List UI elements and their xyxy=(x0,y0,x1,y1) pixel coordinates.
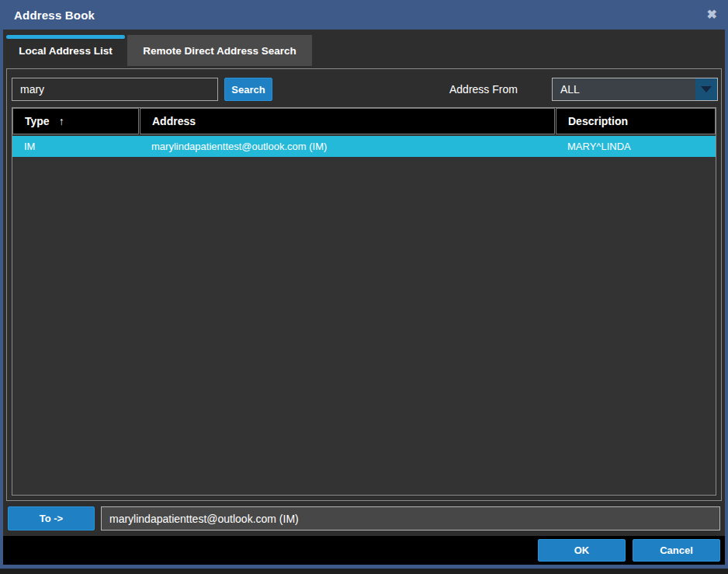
column-header-address[interactable]: Address xyxy=(140,108,555,134)
column-header-type[interactable]: Type ↑ xyxy=(12,108,139,134)
column-header-label: Description xyxy=(568,115,628,127)
table-header-row: Type ↑ Address Description xyxy=(12,108,716,134)
column-header-label: Type xyxy=(25,115,50,127)
dropdown-arrow-button[interactable] xyxy=(695,78,717,100)
address-from-dropdown[interactable]: ALL xyxy=(552,78,718,101)
address-book-dialog: Address Book ✖ Local Address List Remote… xyxy=(0,0,728,569)
dropdown-selected-value: ALL xyxy=(553,83,695,96)
to-button[interactable]: To -> xyxy=(8,506,95,531)
dialog-footer: OK Cancel xyxy=(3,536,725,565)
column-header-description[interactable]: Description xyxy=(556,108,716,134)
tab-label: Local Address List xyxy=(19,45,112,57)
cell-address: marylindapatienttest@outlook.com (IM) xyxy=(140,141,556,152)
close-icon[interactable]: ✖ xyxy=(707,9,717,21)
address-table: Type ↑ Address Description IM marylindap… xyxy=(12,107,716,496)
column-header-label: Address xyxy=(152,115,196,127)
sort-ascending-icon: ↑ xyxy=(59,115,64,127)
chevron-down-icon xyxy=(701,86,712,92)
ok-button[interactable]: OK xyxy=(538,539,626,562)
active-tab-highlight-bar xyxy=(6,35,125,39)
local-address-list-panel: Search Address From ALL Type ↑ Address xyxy=(6,68,722,501)
cancel-button[interactable]: Cancel xyxy=(633,539,720,562)
dialog-title: Address Book xyxy=(14,9,95,22)
address-from-label: Address From xyxy=(449,83,518,96)
tab-local-address-list[interactable]: Local Address List xyxy=(6,35,125,66)
dialog-titlebar: Address Book ✖ xyxy=(0,0,728,30)
dialog-content: Local Address List Remote Direct Address… xyxy=(3,30,725,565)
search-input[interactable] xyxy=(12,78,218,101)
table-row-selected[interactable]: IM marylindapatienttest@outlook.com (IM)… xyxy=(12,136,716,157)
tab-label: Remote Direct Address Search xyxy=(143,45,296,57)
tab-remote-direct-address-search[interactable]: Remote Direct Address Search xyxy=(127,35,312,66)
cell-description: MARY^LINDA xyxy=(556,141,716,152)
recipient-input[interactable] xyxy=(101,506,720,531)
search-button[interactable]: Search xyxy=(224,78,272,101)
cell-type: IM xyxy=(12,141,140,152)
